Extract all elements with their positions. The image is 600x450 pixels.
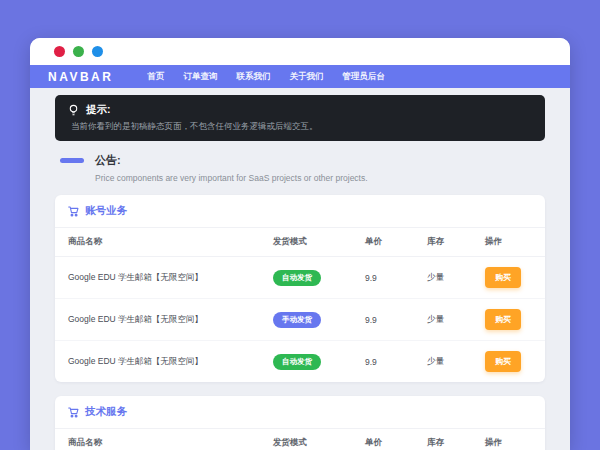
col-unit-price: 单价 <box>352 429 414 450</box>
col-unit-price: 单价 <box>352 228 414 257</box>
card-tech-services: 技术服务 商品名称 发货模式 单价 库存 操作 Google EDU 学生邮箱【… <box>55 396 545 450</box>
page-content: 提示: 当前你看到的是初稿静态页面，不包含任何业务逻辑或后端交互。 公告: Pr… <box>30 88 570 450</box>
cart-icon <box>68 407 79 418</box>
stock: 少量 <box>414 341 472 383</box>
alert-body: 当前你看到的是初稿静态页面，不包含任何业务逻辑或后端交互。 <box>71 121 532 133</box>
navbar-menu: 首页 订单查询 联系我们 关于我们 管理员后台 <box>147 71 385 83</box>
window-close-dot-icon <box>54 46 65 57</box>
product-name: Google EDU 学生邮箱【无限空间】 <box>55 299 260 341</box>
announcement-title: 公告: <box>95 153 368 168</box>
delivery-mode-badge: 自动发货 <box>273 270 321 286</box>
lightbulb-icon <box>68 104 79 117</box>
navbar-brand[interactable]: NAVBAR <box>48 70 113 84</box>
table-row: Google EDU 学生邮箱【无限空间】 手动发货 9.9 少量 购买 <box>55 299 545 341</box>
announcement-section: 公告: Price components are very important … <box>60 153 543 183</box>
card-header: 账号业务 <box>55 195 545 228</box>
delivery-mode-badge: 自动发货 <box>273 354 321 370</box>
cart-icon <box>68 206 79 217</box>
nav-item-home[interactable]: 首页 <box>147 71 164 83</box>
card-account-services: 账号业务 商品名称 发货模式 单价 库存 操作 Google EDU 学生邮箱【… <box>55 195 545 382</box>
announcement-body: Price components are very important for … <box>95 173 368 183</box>
col-product-name: 商品名称 <box>55 228 260 257</box>
browser-window: NAVBAR 首页 订单查询 联系我们 关于我们 管理员后台 提示: 当前你看到… <box>30 38 570 450</box>
nav-item-order-query[interactable]: 订单查询 <box>183 71 217 83</box>
dash-icon <box>60 158 84 163</box>
table-header-row: 商品名称 发货模式 单价 库存 操作 <box>55 228 545 257</box>
price: 9.9 <box>352 341 414 383</box>
products-table: 商品名称 发货模式 单价 库存 操作 Google EDU 学生邮箱【无限空间】… <box>55 429 545 450</box>
section-title: 技术服务 <box>85 405 127 419</box>
col-stock: 库存 <box>414 228 472 257</box>
col-delivery-mode: 发货模式 <box>260 228 352 257</box>
window-titlebar <box>30 38 570 65</box>
col-stock: 库存 <box>414 429 472 450</box>
table-row: Google EDU 学生邮箱【无限空间】 自动发货 9.9 少量 购买 <box>55 257 545 299</box>
buy-button[interactable]: 购买 <box>485 267 521 288</box>
stock: 少量 <box>414 299 472 341</box>
col-product-name: 商品名称 <box>55 429 260 450</box>
table-header-row: 商品名称 发货模式 单价 库存 操作 <box>55 429 545 450</box>
hint-alert: 提示: 当前你看到的是初稿静态页面，不包含任何业务逻辑或后端交互。 <box>55 95 545 141</box>
product-name: Google EDU 学生邮箱【无限空间】 <box>55 341 260 383</box>
window-minimize-dot-icon <box>73 46 84 57</box>
price: 9.9 <box>352 257 414 299</box>
products-table: 商品名称 发货模式 单价 库存 操作 Google EDU 学生邮箱【无限空间】… <box>55 228 545 382</box>
price: 9.9 <box>352 299 414 341</box>
alert-title: 提示: <box>86 103 111 117</box>
col-action: 操作 <box>472 429 545 450</box>
nav-item-about-us[interactable]: 关于我们 <box>289 71 323 83</box>
navbar: NAVBAR 首页 订单查询 联系我们 关于我们 管理员后台 <box>30 65 570 88</box>
nav-item-admin-backend[interactable]: 管理员后台 <box>342 71 385 83</box>
col-action: 操作 <box>472 228 545 257</box>
card-header: 技术服务 <box>55 396 545 429</box>
buy-button[interactable]: 购买 <box>485 351 521 372</box>
table-row: Google EDU 学生邮箱【无限空间】 自动发货 9.9 少量 购买 <box>55 341 545 383</box>
product-name: Google EDU 学生邮箱【无限空间】 <box>55 257 260 299</box>
buy-button[interactable]: 购买 <box>485 309 521 330</box>
window-maximize-dot-icon <box>92 46 103 57</box>
stock: 少量 <box>414 257 472 299</box>
nav-item-contact-us[interactable]: 联系我们 <box>236 71 270 83</box>
col-delivery-mode: 发货模式 <box>260 429 352 450</box>
section-title: 账号业务 <box>85 204 127 218</box>
delivery-mode-badge: 手动发货 <box>273 312 321 328</box>
